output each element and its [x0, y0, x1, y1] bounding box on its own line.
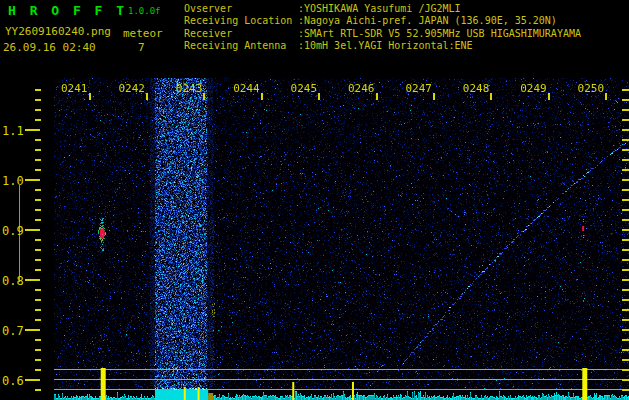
right-edge-tick — [622, 119, 629, 121]
freq-label: 0.8 — [2, 274, 24, 286]
right-edge-tick — [622, 159, 629, 161]
right-edge-tick — [622, 379, 629, 381]
meteor-count: 7 — [138, 41, 145, 54]
time-tick — [261, 93, 263, 100]
time-label: 0242 — [115, 82, 145, 93]
freq-minor-tick — [35, 119, 41, 121]
freq-minor-tick — [35, 159, 41, 161]
time-tick — [146, 93, 148, 100]
freq-minor-tick — [35, 389, 41, 391]
right-edge-tick — [622, 169, 629, 171]
info-value: :YOSHIKAWA Yasufumi /JG2MLI — [298, 3, 461, 14]
right-edge-tick — [622, 359, 629, 361]
right-edge-tick — [622, 109, 629, 111]
info-row: Receiving Antenna:10mH 3el.YAGI Horizont… — [184, 40, 581, 52]
freq-minor-tick — [35, 249, 41, 251]
freq-minor-tick — [35, 289, 41, 291]
info-label: Receiving Location — [184, 15, 298, 27]
right-edge-tick — [622, 329, 629, 331]
right-edge-tick — [622, 339, 629, 341]
time-label: 0247 — [402, 82, 432, 93]
time-label: 0245 — [287, 82, 317, 93]
freq-minor-tick — [35, 299, 41, 301]
observer-info-block: Ovserver:YOSHIKAWA Yasufumi /JG2MLIRecei… — [184, 3, 581, 53]
time-tick — [605, 93, 607, 100]
freq-minor-tick — [35, 99, 41, 101]
time-label: 0243 — [172, 82, 202, 93]
time-tick — [318, 93, 320, 100]
right-edge-tick — [622, 149, 629, 151]
freq-minor-tick — [35, 339, 41, 341]
right-edge-tick — [622, 229, 629, 231]
freq-minor-tick — [35, 349, 41, 351]
right-edge-tick — [622, 369, 629, 371]
time-label: 0250 — [574, 82, 604, 93]
right-edge-tick — [622, 299, 629, 301]
right-edge-tick — [622, 89, 629, 91]
freq-label-dash — [25, 129, 40, 131]
freq-label-dash — [25, 379, 40, 381]
info-row: Receiver:SMArt RTL-SDR V5 52.905MHz USB … — [184, 28, 581, 40]
freq-minor-tick — [35, 259, 41, 261]
right-edge-tick — [622, 259, 629, 261]
right-edge-tick — [622, 249, 629, 251]
right-edge-tick — [622, 279, 629, 281]
time-tick — [89, 93, 91, 100]
freq-label: 1.0 — [2, 174, 24, 186]
right-edge-tick — [622, 289, 629, 291]
freq-minor-tick — [35, 319, 41, 321]
freq-label-dash — [25, 329, 40, 331]
freq-label: 0.7 — [2, 324, 24, 336]
info-row: Ovserver:YOSHIKAWA Yasufumi /JG2MLI — [184, 3, 581, 15]
freq-minor-tick — [35, 309, 41, 311]
spectrogram-canvas — [54, 78, 629, 400]
time-tick — [376, 93, 378, 100]
time-tick — [490, 93, 492, 100]
freq-label-dash — [25, 229, 40, 231]
hrofft-screen: H R O F F T 1.0.0f YY2609160240.png mete… — [0, 0, 629, 400]
freq-minor-tick — [35, 359, 41, 361]
freq-minor-tick — [35, 219, 41, 221]
freq-label-dash — [25, 279, 40, 281]
info-label: Receiver — [184, 28, 298, 40]
app-version: 1.0.0f — [128, 6, 161, 16]
freq-minor-tick — [35, 369, 41, 371]
right-edge-tick — [622, 179, 629, 181]
right-edge-tick — [622, 319, 629, 321]
mode-label: meteor — [123, 27, 163, 40]
info-value: :Nagoya Aichi-pref. JAPAN (136.90E, 35.2… — [298, 15, 557, 26]
freq-minor-tick — [35, 109, 41, 111]
time-label: 0246 — [345, 82, 375, 93]
info-label: Ovserver — [184, 3, 298, 15]
time-label: 0244 — [230, 82, 260, 93]
right-edge-tick — [622, 349, 629, 351]
time-tick — [548, 93, 550, 100]
freq-minor-tick — [35, 139, 41, 141]
time-label: 0241 — [58, 82, 88, 93]
freq-minor-tick — [35, 189, 41, 191]
time-tick — [203, 93, 205, 100]
right-edge-tick — [622, 389, 629, 391]
freq-minor-tick — [35, 89, 41, 91]
freq-minor-tick — [35, 199, 41, 201]
freq-label-dash — [25, 179, 40, 181]
right-edge-tick — [622, 199, 629, 201]
freq-minor-tick — [35, 269, 41, 271]
freq-axis-unit-label: kHz — [1, 75, 19, 86]
info-row: Receiving Location:Nagoya Aichi-pref. JA… — [184, 15, 581, 27]
freq-label: 1.1 — [2, 124, 24, 136]
freq-minor-tick — [35, 149, 41, 151]
time-label: 0249 — [517, 82, 547, 93]
freq-label: 0.6 — [2, 374, 24, 386]
right-edge-tick — [622, 99, 629, 101]
right-edge-tick — [622, 129, 629, 131]
freq-label: 0.9 — [2, 224, 24, 236]
right-edge-tick — [622, 209, 629, 211]
right-edge-tick — [622, 139, 629, 141]
info-value: :SMArt RTL-SDR V5 52.905MHz USB HIGASHIM… — [298, 28, 581, 39]
info-label: Receiving Antenna — [184, 40, 298, 52]
right-edge-tick — [622, 269, 629, 271]
right-edge-tick — [622, 239, 629, 241]
app-title: H R O F F T — [8, 3, 127, 18]
time-tick — [433, 93, 435, 100]
